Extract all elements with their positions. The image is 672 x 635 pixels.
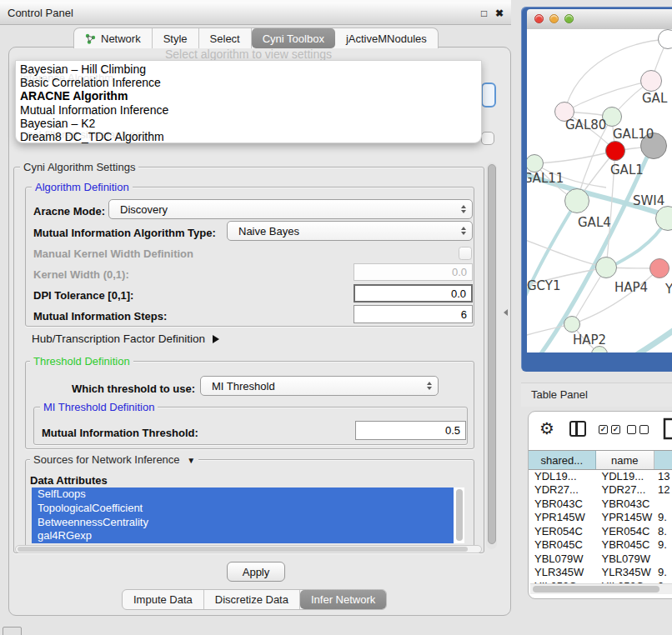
which-threshold-select[interactable]: MI Threshold — [200, 376, 439, 396]
attribute-item-selected[interactable]: TopologicalCoefficient — [32, 502, 454, 516]
dpi-tolerance-field[interactable]: 0.0 — [354, 284, 473, 302]
tab-select-label: Select — [210, 32, 240, 45]
table-row[interactable]: YPR145WYPR145W9. — [529, 511, 672, 525]
gear-icon[interactable]: ⚙ — [539, 418, 554, 438]
network-node-hap2[interactable] — [564, 316, 580, 332]
cell: YPR145W — [596, 511, 654, 523]
close-traffic-icon[interactable] — [534, 14, 544, 23]
sources-legend[interactable]: Sources for Network Inference ▼ — [30, 453, 198, 466]
close-icon[interactable]: ✖ — [495, 2, 504, 24]
node-label-swi4: SWI4 — [633, 193, 664, 208]
list-scrollbar-thumb[interactable] — [456, 489, 463, 541]
table-hscroll-thumb[interactable] — [533, 586, 659, 592]
zoom-traffic-icon[interactable] — [564, 14, 574, 23]
network-node-gal4[interactable] — [564, 188, 589, 213]
screen: Control Panel □ ✖ Network Style Select C… — [0, 0, 672, 635]
hub-definition-label: Hub/Transcription Factor Definition — [32, 332, 205, 345]
collapsed-panel-widget[interactable] — [3, 627, 22, 635]
settings-vertical-scrollbar[interactable] — [486, 162, 497, 549]
tab-network-label: Network — [101, 32, 141, 45]
cell: 9. — [654, 538, 672, 551]
table-row[interactable]: YER054CYER054C8. — [529, 524, 672, 538]
tab-cyni-toolbox[interactable]: Cyni Toolbox — [252, 28, 335, 48]
control-panel-tabbar: Network Style Select Cyni Toolbox jActiv… — [73, 28, 439, 48]
hscroll-thumb[interactable] — [18, 547, 468, 552]
tab-discretize-data[interactable]: Discretize Data — [204, 590, 300, 609]
file-icon[interactable] — [663, 418, 672, 443]
control-panel-titlebar: Control Panel □ ✖ — [0, 2, 511, 25]
network-node-gal1[interactable] — [605, 141, 625, 161]
tab-jactivemnodules[interactable]: jActiveMNodules — [335, 28, 438, 48]
table-row[interactable]: YBR043CYBR043C — [529, 497, 672, 511]
which-threshold-value: MI Threshold — [212, 380, 275, 392]
table-horizontal-scrollbar[interactable] — [530, 583, 672, 594]
table-panel: ⚙ ✓ ✓ shared... name YDL19...YDL19...13 … — [528, 411, 672, 599]
select-all-checkboxes-icon[interactable]: ✓ ✓ — [599, 425, 620, 434]
table-row[interactable]: YBR045CYBR045C9. — [529, 538, 672, 552]
tab-jactivemnodules-label: jActiveMNodules — [346, 32, 427, 45]
aracne-mode-select[interactable]: Discovery — [108, 199, 473, 219]
cell: YDR27... — [596, 483, 654, 496]
algorithm-select-placeholder[interactable]: Select algorithm to view settings — [15, 48, 482, 61]
network-window-titlebar[interactable] — [527, 9, 672, 30]
settings-horizontal-scrollbar[interactable] — [15, 545, 482, 553]
mi-steps-field[interactable]: 6 — [354, 305, 473, 323]
network-node-gal7[interactable] — [640, 70, 662, 92]
network-node-hap4[interactable] — [595, 257, 617, 278]
mi-steps-label: Mutual Information Steps: — [33, 310, 167, 322]
table-row[interactable]: YBL079WYBL079W — [529, 552, 672, 566]
algorithm-option[interactable]: Mutual Information Inference — [16, 103, 481, 117]
unchecked-box-icon — [627, 425, 636, 434]
algorithm-option-aracne[interactable]: ARACNE Algorithm — [16, 89, 481, 102]
tab-impute-data[interactable]: Impute Data — [123, 590, 204, 609]
tab-network[interactable]: Network — [74, 28, 153, 48]
network-canvas[interactable]: GAL GAL80 GAL10 GAL1 GAL11 GAL4 SWI4 GCY… — [527, 29, 672, 352]
cell: YDL19... — [596, 470, 654, 482]
network-node-salmon[interactable] — [649, 258, 669, 278]
panel-splitter-arrow[interactable] — [504, 309, 508, 316]
vscroll-thumb[interactable] — [488, 164, 496, 544]
table-row[interactable]: YLR345WYLR345W9. — [529, 566, 672, 580]
node-label-gal11: GAL11 — [527, 171, 564, 186]
network-node[interactable] — [658, 29, 672, 49]
minimize-traffic-icon[interactable] — [549, 14, 559, 23]
attribute-item-selected[interactable]: gal4RGexp — [32, 529, 454, 543]
algorithm-option[interactable]: Basic Correlation Inference — [16, 76, 481, 89]
table-row[interactable]: YDR27...YDR27...12 — [529, 483, 672, 498]
deselect-all-checkboxes-icon[interactable] — [627, 425, 649, 434]
dpi-tolerance-value: 0.0 — [451, 288, 466, 300]
mi-algorithm-type-select[interactable]: Naive Bayes — [227, 221, 473, 241]
column-header-name[interactable]: name — [596, 451, 654, 469]
columns-icon[interactable] — [569, 421, 586, 437]
mi-threshold-field[interactable]: 0.5 — [355, 421, 466, 440]
hub-definition-disclosure[interactable]: Hub/Transcription Factor Definition — [32, 332, 219, 345]
combo-arrows-icon — [461, 205, 466, 213]
cell: YBR045C — [596, 538, 654, 551]
column-header-partial[interactable] — [654, 451, 672, 469]
table-row[interactable]: YDL19...YDL19...13 — [529, 469, 672, 483]
attribute-item-selected[interactable]: SelfLoops — [32, 488, 454, 502]
table-panel-header: Table Panel — [521, 382, 672, 407]
tab-infer-network[interactable]: Infer Network — [300, 590, 386, 609]
tab-style-label: Style — [163, 32, 188, 45]
manual-kernel-width-checkbox[interactable] — [459, 247, 472, 260]
kernel-width-field[interactable]: 0.0 — [354, 263, 473, 281]
window-traffic-lights — [534, 14, 574, 23]
triangle-down-icon: ▼ — [187, 456, 195, 465]
attribute-item-selected[interactable]: BetweennessCentrality — [32, 516, 454, 530]
kernel-width-value: 0.0 — [452, 266, 467, 278]
tab-select[interactable]: Select — [199, 28, 252, 48]
algorithm-option[interactable]: Bayesian – K2 — [16, 117, 481, 130]
column-header-shared[interactable]: shared... — [529, 451, 596, 469]
disclosure-right-icon — [213, 335, 219, 343]
data-attributes-label: Data Attributes — [30, 474, 108, 487]
cell: YBR045C — [529, 538, 596, 551]
algorithm-option[interactable]: Dream8 DC_TDC Algorithm — [16, 130, 481, 143]
hidden-combo-fragment — [481, 82, 496, 108]
tab-cyni-toolbox-label: Cyni Toolbox — [263, 32, 324, 45]
kernel-width-label: Kernel Width (0,1): — [33, 268, 129, 281]
float-window-icon[interactable]: □ — [481, 2, 487, 24]
apply-button[interactable]: Apply — [227, 562, 285, 582]
algorithm-option[interactable]: Bayesian – Hill Climbing — [16, 62, 481, 76]
tab-style[interactable]: Style — [153, 28, 199, 48]
